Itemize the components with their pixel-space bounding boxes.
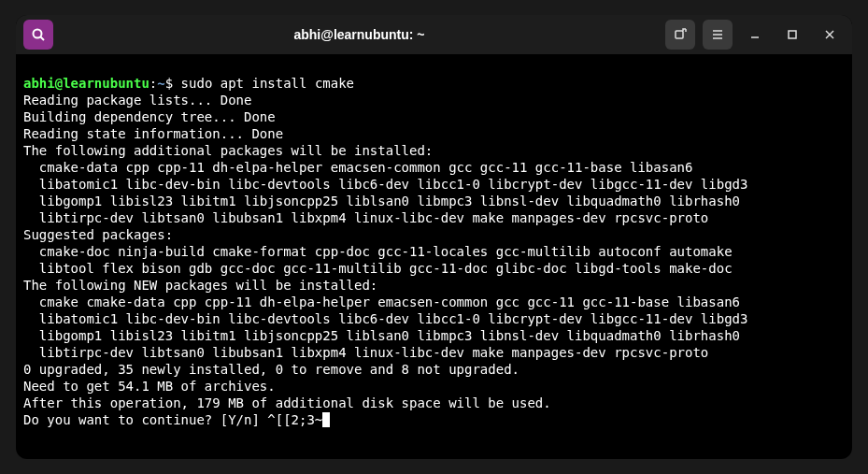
maximize-button[interactable] bbox=[777, 20, 807, 50]
prompt-dollar: $ bbox=[165, 76, 181, 91]
minimize-icon bbox=[749, 29, 761, 40]
window-title: abhi@learnubuntu: ~ bbox=[61, 27, 658, 42]
output-line: libatomic1 libc-dev-bin libc-devtools li… bbox=[23, 310, 845, 327]
titlebar-controls bbox=[665, 20, 845, 50]
output-line: Building dependency tree... Done bbox=[23, 108, 845, 125]
continue-prompt: Do you want to continue? [Y/n] ^[[2;3~ bbox=[23, 412, 322, 427]
new-tab-icon bbox=[674, 28, 687, 41]
prompt-path: ~ bbox=[157, 76, 164, 91]
svg-rect-2 bbox=[676, 31, 683, 38]
output-line: libgomp1 libisl23 libitm1 libjsoncpp25 l… bbox=[23, 193, 845, 209]
output-line: libatomic1 libc-dev-bin libc-devtools li… bbox=[23, 176, 845, 193]
output-line: libtirpc-dev libtsan0 libubsan1 libxpm4 … bbox=[23, 344, 845, 361]
output-line: cmake-doc ninja-build cmake-format cpp-d… bbox=[23, 243, 845, 260]
new-tab-button[interactable] bbox=[665, 20, 695, 50]
titlebar: abhi@learnubuntu: ~ bbox=[16, 15, 852, 54]
output-line: cmake-data cpp cpp-11 dh-elpa-helper ema… bbox=[23, 159, 845, 176]
close-icon bbox=[824, 29, 835, 40]
output-line: libtirpc-dev libtsan0 libubsan1 libxpm4 … bbox=[23, 209, 845, 226]
output-line: The following additional packages will b… bbox=[23, 142, 845, 159]
output-line: Need to get 54.1 MB of archives. bbox=[23, 378, 845, 395]
prompt-user: abhi@learnubuntu bbox=[23, 76, 149, 91]
output-line: cmake cmake-data cpp cpp-11 dh-elpa-help… bbox=[23, 294, 845, 310]
svg-rect-7 bbox=[789, 31, 796, 38]
output-line: Reading state information... Done bbox=[23, 125, 845, 142]
menu-button[interactable] bbox=[703, 20, 733, 50]
output-line: After this operation, 179 MB of addition… bbox=[23, 395, 845, 411]
command-text: sudo apt install cmake bbox=[181, 76, 354, 91]
output-line: libtool flex bison gdb gcc-doc gcc-11-mu… bbox=[23, 260, 845, 277]
output-line: Suggested packages: bbox=[23, 226, 845, 243]
output-line: libgomp1 libisl23 libitm1 libjsoncpp25 l… bbox=[23, 327, 845, 344]
cursor bbox=[322, 412, 330, 427]
search-button[interactable] bbox=[23, 20, 53, 50]
output-line: The following NEW packages will be insta… bbox=[23, 277, 845, 294]
svg-line-1 bbox=[41, 37, 45, 41]
output-line: 0 upgraded, 35 newly installed, 0 to rem… bbox=[23, 361, 845, 378]
terminal-window: abhi@learnubuntu: ~ bbox=[16, 15, 852, 459]
hamburger-icon bbox=[711, 28, 724, 41]
close-button[interactable] bbox=[815, 20, 845, 50]
maximize-icon bbox=[787, 29, 798, 40]
search-icon bbox=[31, 27, 46, 42]
minimize-button[interactable] bbox=[740, 20, 770, 50]
output-line: Reading package lists... Done bbox=[23, 92, 845, 108]
terminal-output[interactable]: abhi@learnubuntu:~$ sudo apt install cma… bbox=[16, 54, 852, 459]
svg-point-0 bbox=[34, 30, 42, 38]
